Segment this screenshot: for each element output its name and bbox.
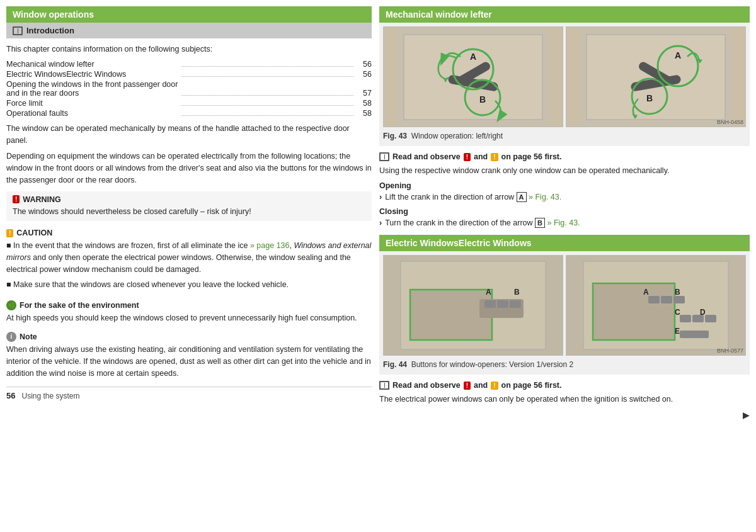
read-badge-red2: !: [464, 382, 471, 390]
caution-link[interactable]: » page 136: [250, 241, 290, 250]
toc-row: Operational faults 58: [6, 109, 372, 118]
warning-title: ! WARNING: [13, 195, 365, 204]
fig44-number: Fig. 44: [383, 360, 407, 369]
note-label: Note: [20, 332, 37, 341]
toc-row: Mechanical window lefter 56: [6, 60, 372, 69]
caution-text2: ■ Make sure that the windows are closed …: [6, 279, 372, 291]
read-observe1-end: on page 56 first.: [501, 152, 562, 161]
read-observe-1: Read and observe ! and ! on page 56 firs…: [379, 152, 750, 161]
right-body2: The electrical power windows can only be…: [379, 393, 750, 405]
opening-text: Lift the crank in the direction of arrow…: [385, 191, 561, 203]
env-label: For the sake of the environment: [20, 301, 139, 310]
trailing-arrow: ▶: [379, 410, 750, 420]
svg-rect-34: [673, 296, 685, 303]
note-text: When driving always use the existing hea…: [6, 344, 372, 379]
section-header-mechanical: Mechanical window lefter: [379, 6, 750, 23]
right-body1: Using the respective window crank only o…: [379, 165, 750, 177]
intro-header: Introduction: [6, 23, 372, 38]
note-box: i Note When driving always use the exist…: [6, 332, 372, 379]
figure-43-box: A B: [379, 23, 750, 146]
warning-text: The windows should nevertheless be close…: [13, 206, 365, 218]
toc-page: 56: [356, 70, 372, 79]
caution-text1: ■ In the event that the windows are froz…: [6, 240, 372, 275]
svg-text:A: A: [643, 288, 649, 297]
caution-box: ! CAUTION ■ In the event that the window…: [6, 226, 372, 293]
book-icon: [13, 26, 23, 35]
env-title: 🌿 For the sake of the environment: [6, 300, 372, 310]
read-badge-red1: !: [464, 153, 471, 161]
toc-page: 57: [356, 89, 372, 98]
closing-item: › Turn the crank in the direction of the…: [379, 217, 750, 229]
section-header-electric: Electric WindowsElectric Windows: [379, 235, 750, 251]
svg-text:B: B: [479, 94, 486, 105]
fig43-ref-closing[interactable]: » Fig. 43.: [547, 218, 580, 227]
opening-item: › Lift the crank in the direction of arr…: [379, 191, 750, 203]
note-icon: i: [6, 332, 16, 342]
read-observe-2: Read and observe ! and ! on page 56 firs…: [379, 381, 750, 390]
fig43-number: Fig. 43: [383, 132, 407, 140]
svg-text:B: B: [514, 288, 520, 297]
read-badge-yellow1: !: [491, 153, 498, 161]
toc-row: Electric WindowsElectric Windows 56: [6, 70, 372, 79]
svg-rect-33: [661, 296, 672, 303]
toc-dots: [181, 115, 354, 116]
fig43-caption-text: Window operation: left/right: [411, 132, 503, 140]
fig44-caption-text: Buttons for window-openers: Version 1/ve…: [411, 360, 573, 369]
toc-page: 58: [356, 109, 372, 118]
svg-rect-26: [593, 283, 675, 340]
read-observe1-and: and: [474, 152, 488, 161]
book-icon-right1: [379, 152, 389, 161]
svg-text:B: B: [646, 93, 653, 103]
caution-badge: !: [6, 229, 13, 237]
read-badge-yellow2: !: [491, 382, 498, 390]
book-icon-right2: [379, 381, 389, 390]
crank-image-right: A B BNH-0458: [566, 26, 746, 127]
figure-43-images: A B: [383, 26, 746, 127]
read-observe2-end: on page 56 first.: [501, 381, 562, 390]
svg-text:B: B: [675, 288, 680, 297]
warning-box: ! WARNING The windows should nevertheles…: [6, 191, 372, 222]
toc-row: Force limit 58: [6, 99, 372, 108]
arrow-symbol2: ›: [379, 217, 382, 229]
svg-text:E: E: [675, 327, 680, 336]
svg-rect-38: [680, 331, 709, 338]
caution-italic: Windows and external mirrors: [6, 241, 371, 262]
toc: Mechanical window lefter 56 Electric Win…: [6, 60, 372, 118]
electric-svg-right: A B C D E: [580, 258, 731, 353]
electric-image-right: A B C D E BNH-0577: [566, 255, 746, 356]
svg-rect-24: [510, 300, 521, 308]
svg-rect-22: [484, 300, 496, 308]
toc-label: Force limit: [6, 99, 179, 108]
arrow-symbol: ›: [379, 191, 382, 203]
left-column: Window operations Introduction This chap…: [6, 6, 372, 526]
crank-image-left: A B: [383, 26, 563, 127]
crank-svg-left: A B: [398, 28, 549, 126]
label-B: B: [535, 218, 545, 228]
toc-page: 56: [356, 60, 372, 69]
warning-badge: !: [13, 195, 20, 203]
page-number: 56: [6, 391, 15, 400]
section-title: Window operations: [13, 9, 94, 20]
toc-label: Electric WindowsElectric Windows: [6, 70, 179, 79]
read-observe2-text: Read and observe: [392, 381, 461, 390]
toc-label: Opening the windows in the front passeng…: [6, 80, 179, 98]
svg-text:C: C: [675, 308, 680, 317]
fig43-ref-opening[interactable]: » Fig. 43.: [529, 193, 561, 201]
env-text: At high speeds you should keep the windo…: [6, 312, 372, 324]
bnh-label-right: BNH-0458: [717, 119, 743, 125]
electric-image-left: A B: [383, 255, 563, 356]
svg-rect-35: [680, 315, 691, 322]
svg-rect-23: [497, 300, 508, 308]
intro-lead: This chapter contains information on the…: [6, 43, 372, 55]
svg-text:A: A: [486, 288, 491, 297]
svg-rect-36: [692, 315, 704, 322]
fig43-caption: Fig. 43 Window operation: left/right: [383, 130, 746, 142]
toc-page: 58: [356, 99, 372, 108]
right-column: Mechanical window lefter: [379, 6, 750, 526]
crank-svg-right: A B: [580, 28, 731, 126]
caution-label: CAUTION: [16, 229, 52, 237]
svg-text:A: A: [470, 52, 476, 62]
toc-label: Mechanical window lefter: [6, 60, 179, 69]
caution-title: ! CAUTION: [6, 229, 372, 237]
section2-title: Mechanical window lefter: [386, 9, 492, 20]
